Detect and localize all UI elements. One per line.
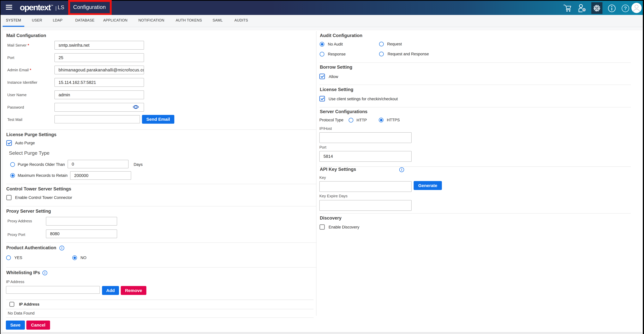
- svg-text:?: ?: [624, 6, 627, 11]
